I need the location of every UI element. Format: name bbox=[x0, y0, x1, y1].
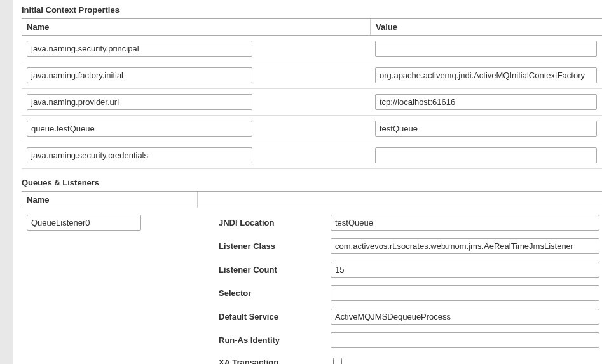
run-as-identity-label: Run-As Identity bbox=[197, 335, 331, 345]
queues-listeners-title: Queues & Listeners bbox=[22, 177, 602, 191]
property-value-input[interactable] bbox=[375, 147, 597, 163]
context-properties-header: Name Value bbox=[22, 18, 602, 36]
queues-header: Name bbox=[22, 191, 602, 208]
header-value: Value bbox=[370, 19, 602, 35]
property-value-input[interactable] bbox=[375, 41, 597, 57]
queues-header-rest bbox=[197, 192, 602, 208]
property-value-input[interactable] bbox=[375, 94, 597, 110]
selector-input[interactable] bbox=[331, 285, 599, 301]
header-name: Name bbox=[22, 19, 370, 35]
property-name-input[interactable] bbox=[27, 147, 252, 163]
default-service-label: Default Service bbox=[197, 312, 331, 321]
property-value-input[interactable] bbox=[375, 121, 597, 137]
run-as-identity-input[interactable] bbox=[331, 332, 599, 348]
property-name-input[interactable] bbox=[27, 94, 252, 110]
listener-class-label: Listener Class bbox=[197, 241, 331, 251]
property-value-input[interactable] bbox=[375, 67, 597, 83]
xa-transaction-checkbox[interactable] bbox=[333, 358, 342, 364]
left-gutter bbox=[0, 0, 13, 364]
table-row bbox=[22, 116, 602, 142]
listener-count-label: Listener Count bbox=[197, 265, 331, 274]
listener-class-input[interactable] bbox=[331, 238, 599, 254]
property-name-input[interactable] bbox=[27, 67, 252, 83]
initial-context-title: Initial Context Properties bbox=[22, 4, 602, 18]
listener-count-input[interactable] bbox=[331, 262, 599, 278]
jndi-location-input[interactable] bbox=[331, 215, 599, 231]
table-row bbox=[22, 36, 602, 62]
selector-label: Selector bbox=[197, 288, 331, 298]
xa-transaction-label: XA Transaction bbox=[197, 358, 331, 365]
table-row bbox=[22, 62, 602, 89]
property-name-input[interactable] bbox=[27, 41, 252, 57]
context-properties-rows bbox=[22, 36, 602, 169]
queues-header-name: Name bbox=[22, 192, 197, 208]
table-row bbox=[22, 142, 602, 169]
default-service-input[interactable] bbox=[331, 309, 599, 325]
table-row bbox=[22, 89, 602, 116]
property-name-input[interactable] bbox=[27, 121, 252, 137]
queue-listener-name-input[interactable] bbox=[27, 215, 141, 231]
jndi-location-label: JNDI Location bbox=[197, 218, 331, 227]
